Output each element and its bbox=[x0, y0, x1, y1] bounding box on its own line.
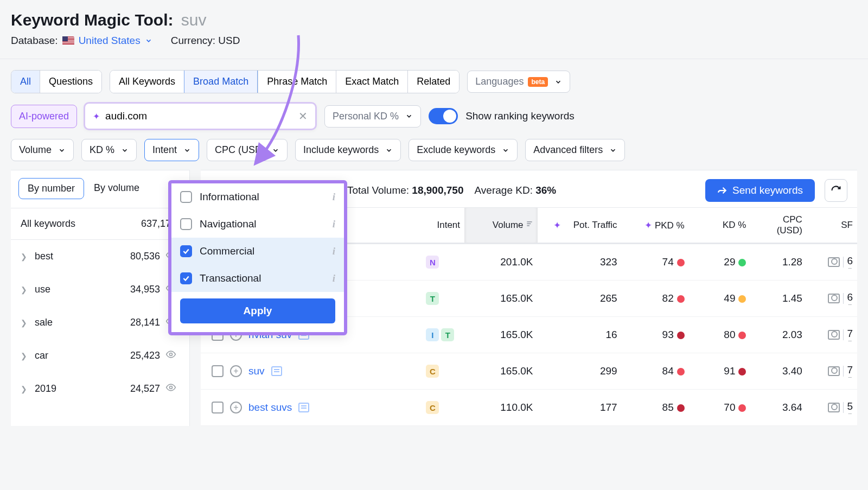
sparkle-icon: ✦ bbox=[553, 220, 561, 231]
intent-badge-t: T bbox=[426, 292, 439, 305]
sidebar-item[interactable]: ❯use 34,953 bbox=[11, 273, 189, 306]
serp-features-icon[interactable] bbox=[828, 330, 840, 340]
difficulty-dot bbox=[738, 295, 746, 303]
filter-cpc[interactable]: CPC (USD) bbox=[207, 139, 288, 161]
all-keywords-label: All keywords bbox=[21, 218, 75, 230]
match-segment: All Keywords Broad Match Phrase Match Ex… bbox=[110, 70, 459, 93]
info-icon[interactable]: i bbox=[333, 272, 335, 284]
tab-phrase-match[interactable]: Phrase Match bbox=[258, 71, 336, 93]
sidebar-item-label: use bbox=[35, 284, 50, 295]
sidebar-item[interactable]: ❯car 25,423 bbox=[11, 339, 189, 372]
tab-all-keywords[interactable]: All Keywords bbox=[110, 71, 184, 93]
row-checkbox[interactable] bbox=[212, 365, 224, 377]
info-icon[interactable]: i bbox=[333, 191, 335, 203]
col-pkd[interactable]: ✦ PKD % bbox=[622, 208, 689, 244]
sidebar-item-label: sale bbox=[35, 317, 53, 328]
col-cpc[interactable]: CPC (USD) bbox=[750, 208, 806, 244]
difficulty-dot bbox=[677, 404, 685, 412]
serp-icon[interactable] bbox=[298, 403, 309, 412]
difficulty-dot bbox=[677, 368, 685, 376]
col-sparkle: ✦ bbox=[538, 208, 566, 244]
sidebar-item[interactable]: ❯best 80,536 bbox=[11, 240, 189, 273]
tab-exact-match[interactable]: Exact Match bbox=[336, 71, 407, 93]
flag-us-icon bbox=[62, 36, 74, 45]
send-keywords-button[interactable]: Send keywords bbox=[705, 179, 815, 202]
total-volume-stat: Total Volume: 18,900,750 Average KD: 36% bbox=[347, 184, 556, 196]
svg-point-4 bbox=[170, 386, 173, 389]
row-checkbox[interactable] bbox=[212, 402, 224, 413]
database-selector[interactable]: United States bbox=[62, 35, 152, 47]
filter-include[interactable]: Include keywords bbox=[295, 139, 401, 161]
difficulty-dot bbox=[677, 295, 685, 303]
checkbox[interactable] bbox=[180, 218, 192, 230]
chevron-down-icon bbox=[385, 147, 393, 154]
intent-option[interactable]: Informational i bbox=[171, 183, 344, 211]
sidebar-item[interactable]: ❯2019 24,527 bbox=[11, 372, 189, 405]
sidebar-all-keywords[interactable]: All keywords 637,177 bbox=[11, 208, 189, 240]
filter-intent[interactable]: Intent bbox=[144, 139, 199, 161]
filter-kd[interactable]: KD % bbox=[81, 139, 137, 161]
clear-icon[interactable]: ✕ bbox=[298, 110, 308, 123]
col-intent[interactable]: Intent bbox=[419, 208, 464, 244]
filter-advanced[interactable]: Advanced filters bbox=[525, 139, 625, 161]
filter-exclude[interactable]: Exclude keywords bbox=[409, 139, 518, 161]
checkbox[interactable] bbox=[180, 272, 192, 284]
serp-features-icon[interactable] bbox=[828, 403, 840, 412]
languages-filter[interactable]: Languages beta bbox=[467, 71, 570, 93]
keyword-link[interactable]: best suvs bbox=[248, 402, 292, 413]
database-label: Database: bbox=[11, 35, 58, 47]
sidebar: By number By volume All keywords 637,177… bbox=[11, 170, 190, 426]
serp-icon[interactable] bbox=[271, 366, 282, 376]
checkbox[interactable] bbox=[180, 245, 192, 257]
sort-by-volume[interactable]: By volume bbox=[88, 178, 145, 199]
intent-option[interactable]: Commercial i bbox=[171, 238, 344, 265]
sidebar-item[interactable]: ❯sale 28,141 bbox=[11, 306, 189, 339]
eye-icon bbox=[165, 382, 176, 396]
col-kd[interactable]: KD % bbox=[689, 208, 751, 244]
personal-kd-filter[interactable]: Personal KD % bbox=[324, 105, 421, 128]
cell-pot-traffic: 16 bbox=[565, 317, 621, 353]
difficulty-dot bbox=[677, 332, 685, 339]
difficulty-dot bbox=[677, 259, 685, 266]
sparkle-icon: ✦ bbox=[93, 111, 100, 122]
tab-related[interactable]: Related bbox=[407, 71, 459, 93]
intent-option[interactable]: Transactional i bbox=[171, 265, 344, 292]
svg-point-3 bbox=[170, 353, 173, 356]
languages-label: Languages bbox=[475, 76, 524, 87]
filter-volume[interactable]: Volume bbox=[11, 139, 74, 161]
col-pot-traffic[interactable]: Pot. Traffic bbox=[565, 208, 621, 244]
database-country: United States bbox=[79, 35, 141, 47]
cell-pot-traffic: 299 bbox=[565, 353, 621, 390]
chevron-right-icon: ❯ bbox=[21, 352, 27, 360]
tab-questions[interactable]: Questions bbox=[40, 71, 101, 93]
refresh-button[interactable] bbox=[825, 179, 847, 202]
tab-broad-match[interactable]: Broad Match bbox=[184, 71, 258, 93]
apply-button[interactable]: Apply bbox=[180, 298, 335, 323]
serp-features-icon[interactable] bbox=[828, 257, 840, 267]
col-volume[interactable]: Volume bbox=[464, 208, 537, 244]
cell-volume: 110.0K bbox=[464, 390, 537, 426]
tab-all[interactable]: All bbox=[11, 71, 40, 93]
info-icon[interactable]: i bbox=[333, 218, 335, 230]
checkbox[interactable] bbox=[180, 191, 192, 203]
add-to-list-icon[interactable]: + bbox=[230, 402, 242, 413]
keyword-link[interactable]: suv bbox=[248, 365, 265, 377]
sort-by-number[interactable]: By number bbox=[18, 178, 84, 199]
intent-option[interactable]: Navigational i bbox=[171, 211, 344, 238]
add-to-list-icon[interactable]: + bbox=[230, 365, 242, 377]
cell-cpc: 1.45 bbox=[750, 281, 806, 317]
info-icon[interactable]: i bbox=[333, 245, 335, 257]
domain-input-wrap[interactable]: ✦ ✕ bbox=[84, 102, 317, 130]
query-value: suv bbox=[181, 11, 207, 29]
col-sf[interactable]: SF bbox=[807, 208, 857, 244]
page-title: Keyword Magic Tool: suv bbox=[11, 11, 857, 29]
chevron-right-icon: ❯ bbox=[21, 252, 27, 261]
intent-option-label: Commercial bbox=[200, 245, 254, 257]
cell-volume: 165.0K bbox=[464, 281, 537, 317]
chevron-down-icon bbox=[183, 147, 191, 154]
domain-input[interactable] bbox=[105, 110, 298, 122]
show-ranking-toggle[interactable] bbox=[429, 108, 458, 124]
difficulty-dot bbox=[738, 404, 746, 412]
serp-features-icon[interactable] bbox=[828, 294, 840, 303]
serp-features-icon[interactable] bbox=[828, 366, 840, 376]
